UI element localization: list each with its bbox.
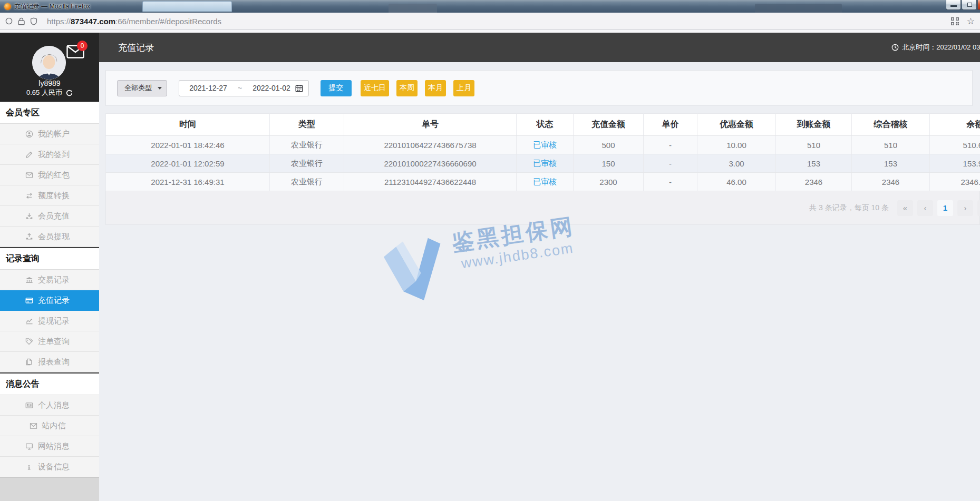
type-select[interactable]: 全部类型 — [117, 80, 167, 96]
background-window — [389, 4, 437, 13]
table-cell: 2346.14 — [930, 173, 980, 191]
table-row: 2022-01-01 18:42:46农业银行22010106422743667… — [106, 136, 980, 154]
sidebar-item-label: 会员提现 — [38, 232, 70, 242]
sidebar-item-report-query[interactable]: 报表查询 — [0, 352, 99, 372]
table-cell: 153 — [852, 154, 930, 173]
column-header: 充值金额 — [574, 114, 644, 136]
last-7-days-button[interactable]: 近七日 — [361, 80, 389, 96]
table-cell: 2021-12-31 16:49:31 — [106, 173, 270, 191]
status-link[interactable]: 已审核 — [517, 154, 574, 173]
table-cell: 510.65 — [930, 136, 980, 154]
deposit-icon — [25, 212, 33, 220]
table-cell: 2346 — [852, 173, 930, 191]
column-header: 单价 — [644, 114, 697, 136]
last-month-button[interactable]: 上月 — [453, 80, 474, 96]
sidebar-item-member-deposit[interactable]: 会员充值 — [0, 206, 99, 227]
restore-button[interactable] — [962, 0, 977, 10]
table-cell: 2022-01-01 12:02:59 — [106, 154, 270, 173]
url-text[interactable]: https://873447.com:66/member/#/depositRe… — [47, 17, 221, 26]
minimize-button[interactable] — [946, 0, 961, 10]
sidebar-item-transaction-records[interactable]: 交易记录 — [0, 270, 99, 290]
content-area: 全部类型 2021-12-27 ~ 2022-01-02 提交 近七日本周本月上… — [99, 62, 980, 501]
records-summary: 共 3 条记录，每页 10 条 — [809, 203, 889, 213]
table-cell: 10.00 — [697, 136, 776, 154]
sidebar-item-label: 额度转换 — [38, 191, 70, 201]
table-cell: 153 — [776, 154, 852, 173]
bookmark-star-icon[interactable]: ☆ — [967, 16, 975, 27]
sidebar-item-deposit-records[interactable]: 充值记录 — [0, 290, 99, 311]
prev-page-button[interactable]: ‹ — [917, 200, 933, 216]
beijing-time: 北京时间：2022/01/02 03: — [891, 43, 980, 52]
table-cell: 510 — [776, 136, 852, 154]
refresh-icon[interactable] — [66, 90, 73, 96]
browser-urlbar[interactable]: https://873447.com:66/member/#/depositRe… — [0, 13, 980, 30]
table-cell: 农业银行 — [270, 136, 344, 154]
sidebar-item-member-withdraw[interactable]: 会员提现 — [0, 227, 99, 247]
page-info-icon[interactable] — [5, 17, 13, 25]
sidebar-filler — [0, 477, 99, 501]
balance: 0.65 人民币 — [0, 88, 99, 97]
table-cell: 510 — [852, 136, 930, 154]
redpacket-icon — [25, 171, 33, 179]
watermark-logo-icon — [377, 229, 450, 308]
table-cell: 500 — [574, 136, 644, 154]
clock-icon — [891, 44, 899, 51]
sidebar-item-label: 网站消息 — [38, 441, 70, 451]
sidebar: 0 ly8989 0.65 人民币 会员专区我的帐户我的签到我的红包额度转换会员… — [0, 33, 99, 501]
sidebar-item-my-redpacket[interactable]: 我的红包 — [0, 165, 99, 185]
lock-icon[interactable] — [18, 17, 25, 25]
chart-icon — [25, 317, 33, 325]
first-page-button[interactable]: « — [897, 200, 913, 216]
calendar-icon — [295, 84, 303, 92]
column-header: 状态 — [517, 114, 574, 136]
sidebar-item-label: 我的帐户 — [38, 129, 70, 139]
page-title: 充值记录 — [118, 42, 154, 54]
status-link[interactable]: 已审核 — [517, 173, 574, 191]
qr-code-icon[interactable] — [950, 17, 959, 26]
page-1-button[interactable]: 1 — [937, 200, 953, 216]
username: ly8989 — [0, 79, 99, 87]
shield-icon[interactable] — [30, 17, 37, 25]
column-header: 综合稽核 — [852, 114, 930, 136]
avatar[interactable] — [32, 46, 66, 80]
unread-badge: 0 — [77, 41, 88, 51]
idcard-icon — [25, 401, 33, 409]
column-header: 类型 — [270, 114, 344, 136]
column-header: 余额 — [930, 114, 980, 136]
sidebar-item-label: 注单查询 — [38, 337, 70, 347]
sidebar-item-my-checkin[interactable]: 我的签到 — [0, 144, 99, 165]
background-window — [142, 1, 232, 12]
last-page-button[interactable]: » — [977, 200, 980, 216]
sidebar-section-header: 记录查询 — [0, 247, 99, 270]
sidebar-item-label: 设备信息 — [38, 462, 70, 472]
sidebar-item-site-mail[interactable]: 站内信 — [0, 416, 99, 436]
sidebar-item-my-account[interactable]: 我的帐户 — [0, 124, 99, 144]
column-header: 到账金额 — [776, 114, 852, 136]
sidebar-item-label: 交易记录 — [38, 275, 70, 285]
this-month-button[interactable]: 本月 — [425, 80, 446, 96]
sidebar-item-label: 个人消息 — [38, 400, 70, 410]
sidebar-item-bet-query[interactable]: 注单查询 — [0, 331, 99, 352]
next-page-button[interactable]: › — [957, 200, 973, 216]
card-icon — [25, 297, 33, 304]
submit-button[interactable]: 提交 — [321, 80, 352, 96]
background-window — [755, 4, 842, 13]
sidebar-item-personal-messages[interactable]: 个人消息 — [0, 395, 99, 416]
sidebar-item-site-messages[interactable]: 网站消息 — [0, 436, 99, 457]
messages-envelope[interactable]: 0 — [66, 45, 84, 61]
table-cell: 220101000227436660690 — [344, 154, 517, 173]
watermark-url: www.jhdb8.com — [460, 240, 575, 272]
table-cell: - — [644, 173, 697, 191]
status-link[interactable]: 已审核 — [517, 136, 574, 154]
sidebar-item-withdraw-records[interactable]: 提现记录 — [0, 311, 99, 331]
date-range-input[interactable]: 2021-12-27 ~ 2022-01-02 — [179, 80, 309, 96]
sidebar-item-quota-transfer[interactable]: 额度转换 — [0, 185, 99, 206]
this-week-button[interactable]: 本周 — [396, 80, 418, 96]
sidebar-item-device-info[interactable]: 设备信息 — [0, 457, 99, 477]
column-header: 时间 — [106, 114, 270, 136]
withdraw-icon — [25, 233, 33, 241]
sidebar-section-header: 消息公告 — [0, 372, 99, 395]
close-button[interactable] — [977, 0, 980, 10]
table-cell: 46.00 — [697, 173, 776, 191]
pencil-icon — [25, 151, 33, 159]
